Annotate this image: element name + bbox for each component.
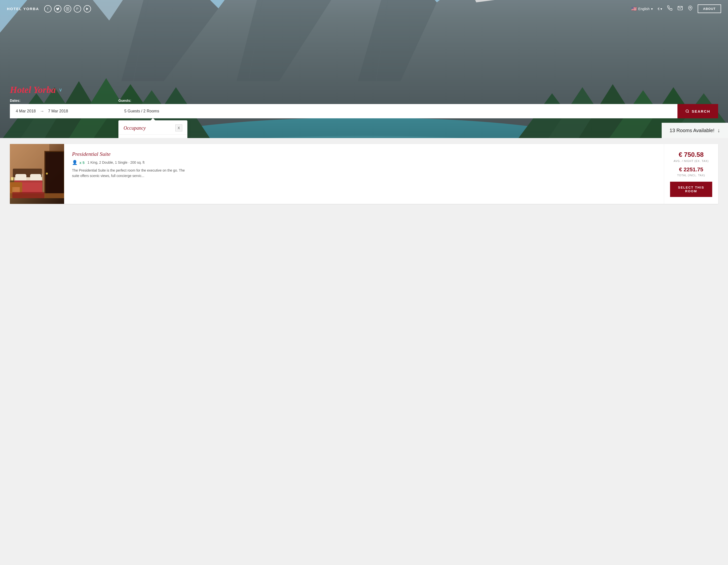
language-chevron-icon: ▾ [651,7,653,11]
youtube-icon[interactable] [84,5,91,13]
dates-input[interactable]: 4 Mar 2018 → 7 Mar 2018 [10,104,118,118]
guests-wrapper: 5 Guests / 2 Rooms Occupancy X Guests: - [118,104,677,118]
guests-field-group: Guests: 5 Guests / 2 Rooms Occupancy X G… [118,99,677,118]
hotel-name-bar: Hotel Yorba ∨ [10,84,718,95]
checkin-date: 4 Mar 2018 [16,109,36,113]
guests-input[interactable]: 5 Guests / 2 Rooms [118,104,677,118]
pinterest-icon[interactable]: P [74,5,81,13]
email-icon[interactable] [677,5,683,12]
svg-line-74 [688,112,689,113]
guests-value-display: 5 Guests / 2 Rooms [124,109,159,113]
svg-rect-81 [64,151,64,198]
svg-marker-3 [86,7,88,10]
svg-rect-88 [30,174,41,181]
room-info: Presidential Suite 👤 x 5 1 King, 2 Doubl… [64,144,664,204]
social-icons-group: f P [44,5,91,13]
room-description: The Presidential Suite is the perfect ro… [72,168,185,179]
room-image [10,144,64,204]
dates-label: Dates: [10,99,118,103]
guests-label: Guests: [118,99,677,103]
language-selector[interactable]: 🇺🇸 English ▾ [631,6,653,12]
room-beds: 1 King, 2 Double, 1 Single · 200 sq. ft [88,161,145,165]
search-button[interactable]: SEARCH [677,104,718,118]
currency-selector[interactable]: € ▾ [658,7,662,11]
person-icon: 👤 [72,160,77,165]
dropdown-triangle-icon [150,118,155,121]
occupancy-dropdown: Occupancy X Guests: - 5 + Ro [118,120,187,138]
dates-field-group: Dates: 4 Mar 2018 → 7 Mar 2018 [10,99,118,118]
svg-point-73 [686,110,689,112]
hero-section: Hotel Yorba ∨ Dates: 4 Mar 2018 → 7 Mar … [0,0,728,138]
occupancy-header: Occupancy X [119,121,187,135]
language-label: English [638,7,650,11]
search-row: Dates: 4 Mar 2018 → 7 Mar 2018 Guests: 5… [10,99,718,118]
top-navigation: HOTEL YORBA f P 🇺🇸 English ▾ € ▾ [0,0,728,18]
svg-point-5 [690,7,691,8]
search-icon [685,109,689,113]
svg-rect-80 [44,151,45,198]
svg-rect-79 [46,153,63,197]
svg-rect-87 [15,174,26,181]
room-capacity: 👤 x 5 1 King, 2 Double, 1 Single · 200 s… [72,160,656,165]
price-avg: € 750.58 [673,151,709,159]
checkout-date: 7 Mar 2018 [48,109,68,113]
nav-right: 🇺🇸 English ▾ € ▾ ABOUT [631,4,721,13]
location-icon[interactable] [688,5,693,12]
select-room-button[interactable]: SELECT THIS ROOM [670,182,712,197]
guests-row: Guests: - 5 + [119,135,187,138]
rooms-available-text: 13 Rooms Available! [670,128,714,133]
price-total-label: TOTAL (INCL. TAX) [673,174,709,177]
price-total: € 2251.75 [673,166,709,173]
rooms-section: Presidential Suite 👤 x 5 1 King, 2 Doubl… [0,138,728,210]
phone-icon[interactable] [667,5,673,12]
rooms-available-bar: 13 Rooms Available! ↓ [662,123,728,138]
svg-point-1 [67,8,68,9]
occupancy-close-button[interactable]: X [175,125,182,131]
price-avg-label: AVG. / NIGHT (EX. TAX) [673,160,709,163]
twitter-icon[interactable] [54,5,61,13]
facebook-icon[interactable]: f [44,5,52,13]
search-button-label: SEARCH [692,109,710,113]
room-name: Presidential Suite [72,151,656,157]
occupancy-title: Occupancy [124,125,146,131]
rooms-available-arrow-icon: ↓ [717,127,720,134]
svg-rect-82 [44,151,64,152]
dates-arrow-icon: → [40,109,44,114]
currency-symbol: € [658,7,660,11]
price-avg-block: € 750.58 AVG. / NIGHT (EX. TAX) € 2251.7… [673,151,709,177]
capacity-count: x 5 [79,161,85,165]
svg-rect-0 [66,7,69,10]
about-button[interactable]: ABOUT [698,4,721,13]
us-flag-icon: 🇺🇸 [631,6,637,12]
search-panel: Hotel Yorba ∨ Dates: 4 Mar 2018 → 7 Mar … [10,84,718,118]
svg-rect-99 [12,192,44,198]
room-card: Presidential Suite 👤 x 5 1 King, 2 Doubl… [10,144,718,204]
hotel-logo: HOTEL YORBA [7,7,39,11]
instagram-icon[interactable] [64,5,71,13]
hotel-name-display: Hotel Yorba [10,84,56,95]
currency-chevron-icon: ▾ [660,7,662,11]
room-pricing: € 750.58 AVG. / NIGHT (EX. TAX) € 2251.7… [664,144,718,204]
hotel-name-chevron-icon[interactable]: ∨ [59,87,62,93]
svg-point-83 [46,173,48,175]
svg-rect-90 [14,181,42,183]
